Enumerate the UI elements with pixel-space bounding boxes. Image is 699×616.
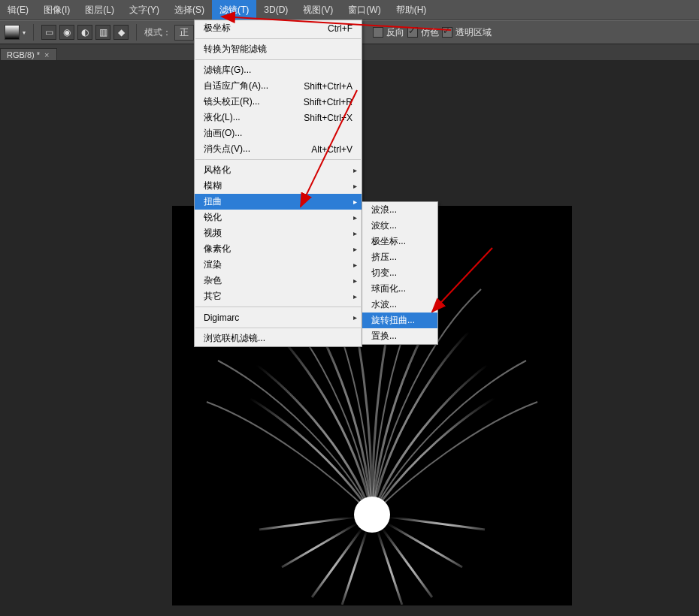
gradient-radial-icon[interactable]: ◉ [59,25,74,40]
filter-menu-item[interactable]: 滤镜库(G)... [195,62,362,78]
divider [136,24,137,41]
gradient-swatch[interactable] [5,25,20,40]
dither-checkbox[interactable]: 仿色 [407,26,439,39]
filter-menu-item[interactable]: 风格化 [195,162,362,178]
distort-menu-item[interactable]: 切变... [362,265,437,281]
mode-select[interactable]: 正 [174,25,194,41]
menu-view[interactable]: 视图(V) [295,0,340,20]
filter-menu-item[interactable]: 消失点(V)...Alt+Ctrl+V [195,141,362,157]
distort-submenu: 波浪...波纹...极坐标...挤压...切变...球面化...水波...旋转扭… [362,201,438,345]
document-tab[interactable]: RGB/8) * × [0,48,57,61]
filter-menu-item[interactable]: 其它 [195,288,362,304]
filter-menu-item[interactable]: 极坐标Ctrl+F [195,20,362,36]
gradient-angle-icon[interactable]: ◐ [77,25,92,40]
reverse-checkbox[interactable]: 反向 [373,26,404,39]
distort-menu-item[interactable]: 波纹... [362,218,437,234]
distort-menu-item[interactable]: 水波... [362,297,437,313]
filter-menu-item[interactable]: 像素化 [195,241,362,257]
filter-menu-item[interactable]: 镜头校正(R)...Shift+Ctrl+R [195,94,362,110]
filter-menu-item[interactable]: 液化(L)...Shift+Ctrl+X [195,110,362,125]
filter-menu-item[interactable]: 转换为智能滤镜 [195,41,362,57]
filter-menu-item[interactable]: 杂色 [195,273,362,288]
filter-menu-item[interactable]: 锐化 [195,210,362,225]
filter-menu-item[interactable]: 扭曲 [195,194,362,210]
filter-menu-dropdown: 极坐标Ctrl+F转换为智能滤镜滤镜库(G)...自适应广角(A)...Shif… [194,20,362,347]
menu-window[interactable]: 窗口(W) [340,0,388,20]
menu-filter[interactable]: 滤镜(T) [212,0,256,20]
filter-menu-item[interactable]: 视频 [195,225,362,241]
menu-edit[interactable]: 辑(E) [0,0,36,20]
filter-menu-item[interactable]: 模糊 [195,178,362,194]
transparent-checkbox[interactable]: 透明区域 [442,26,492,39]
menu-type[interactable]: 文字(Y) [122,0,167,20]
distort-menu-item[interactable]: 旋转扭曲... [362,313,437,328]
filter-menu-item[interactable]: Digimarc [195,310,362,325]
divider [33,24,34,41]
mode-label: 模式： [144,26,171,39]
filter-menu-item[interactable]: 渲染 [195,257,362,273]
distort-menu-item[interactable]: 挤压... [362,249,437,265]
gradient-linear-icon[interactable]: ▭ [41,25,56,40]
svg-point-1 [354,497,390,533]
gradient-reflected-icon[interactable]: ▥ [95,25,110,40]
distort-menu-item[interactable]: 波浪... [362,202,437,218]
filter-menu-item[interactable]: 油画(O)... [195,125,362,141]
menu-select[interactable]: 选择(S) [167,0,212,20]
close-icon[interactable]: × [44,50,49,59]
gradient-diamond-icon[interactable]: ◆ [113,25,129,40]
menu-image[interactable]: 图像(I) [36,0,77,20]
gradient-dropdown-icon[interactable]: ▾ [23,29,26,36]
distort-menu-item[interactable]: 置换... [362,328,437,344]
menu-help[interactable]: 帮助(H) [389,0,434,20]
distort-menu-item[interactable]: 球面化... [362,281,437,297]
distort-menu-item[interactable]: 极坐标... [362,234,437,249]
filter-menu-item[interactable]: 自适应广角(A)...Shift+Ctrl+A [195,78,362,94]
menu-3d[interactable]: 3D(D) [256,0,295,20]
filter-menu-item[interactable]: 浏览联机滤镜... [195,331,362,346]
tab-title: RGB/8) * [7,50,40,59]
menu-bar: 辑(E) 图像(I) 图层(L) 文字(Y) 选择(S) 滤镜(T) 3D(D)… [0,0,699,20]
menu-layer[interactable]: 图层(L) [77,0,122,20]
